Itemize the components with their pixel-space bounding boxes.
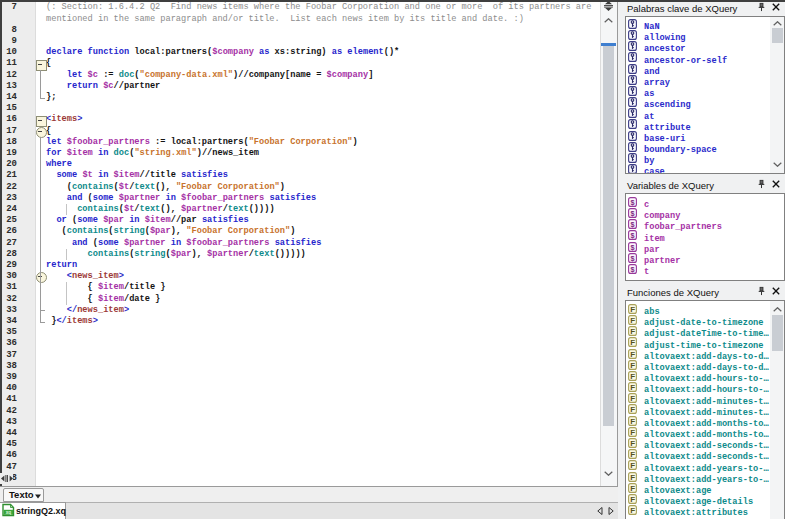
svg-text:$: $ <box>630 210 635 218</box>
svg-text:F: F <box>630 428 635 437</box>
svg-text:F: F <box>630 394 635 403</box>
svg-text:$: $ <box>630 221 635 229</box>
svg-text:F: F <box>630 473 635 482</box>
svg-text:$: $ <box>630 243 635 251</box>
svg-text:F: F <box>630 349 635 358</box>
svg-text:F: F <box>630 484 635 493</box>
svg-text:xq: xq <box>6 510 12 515</box>
svg-text:$: $ <box>630 255 635 263</box>
svg-text:$: $ <box>630 232 635 240</box>
svg-text:F: F <box>630 327 635 336</box>
svg-text:$: $ <box>630 266 635 274</box>
svg-text:F: F <box>630 372 635 381</box>
svg-text:F: F <box>630 405 635 414</box>
svg-text:F: F <box>630 383 635 392</box>
svg-text:F: F <box>630 439 635 448</box>
svg-text:F: F <box>630 417 635 426</box>
svg-text:F: F <box>630 361 635 370</box>
svg-text:F: F <box>630 461 635 470</box>
svg-text:F: F <box>630 316 635 325</box>
svg-text:F: F <box>630 338 635 347</box>
svg-text:F: F <box>630 305 635 314</box>
svg-text:$: $ <box>630 199 635 207</box>
svg-text:F: F <box>630 506 635 515</box>
svg-text:F: F <box>630 495 635 504</box>
svg-text:F: F <box>630 450 635 459</box>
